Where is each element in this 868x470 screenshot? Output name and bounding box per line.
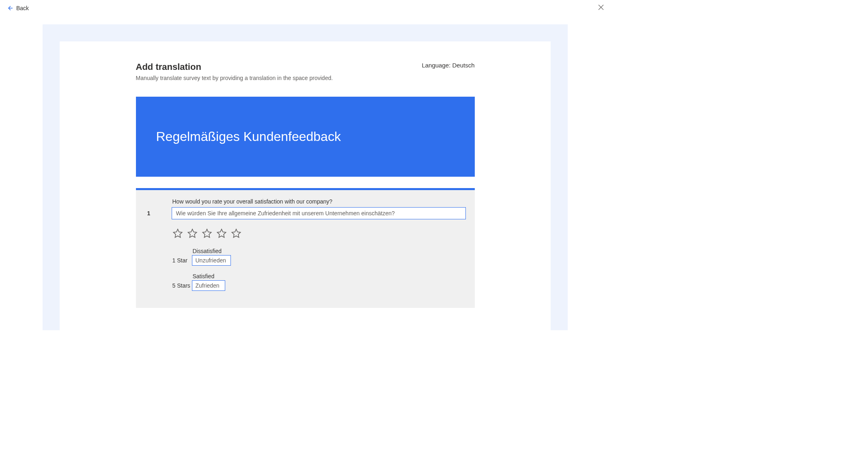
rating-low-translation-input[interactable]	[192, 255, 231, 266]
rating-label-low: Dissatisfied 1 Star	[172, 248, 466, 266]
rating-high-translation-input[interactable]	[192, 280, 225, 291]
panel: Add translation Manually translate surve…	[60, 41, 551, 330]
topbar: Back	[0, 0, 610, 16]
page-subtitle: Manually translate survey text by provid…	[136, 75, 333, 81]
outer-wrap: Add translation Manually translate surve…	[43, 24, 568, 330]
rating-low-key: 1 Star	[172, 257, 192, 264]
rating-high-row: 5 Stars	[172, 280, 466, 291]
back-button[interactable]: Back	[4, 3, 31, 13]
question-row: 1	[145, 207, 466, 219]
header-left: Add translation Manually translate surve…	[136, 62, 333, 81]
content: Add translation Manually translate surve…	[136, 62, 475, 308]
question-number: 1	[145, 210, 155, 217]
rating-high-key: 5 Stars	[172, 282, 192, 289]
star-icon[interactable]	[216, 228, 227, 239]
star-rating	[145, 228, 466, 239]
star-icon[interactable]	[187, 228, 198, 239]
question-section-inner: How would you rate your overall satisfac…	[136, 190, 475, 308]
rating-low-row: 1 Star	[172, 255, 466, 266]
rating-label-high: Satisfied 5 Stars	[172, 273, 466, 291]
survey-title-text: Regelmäßiges Kundenfeedback	[156, 129, 341, 144]
star-icon[interactable]	[231, 228, 241, 239]
star-icon[interactable]	[202, 228, 212, 239]
star-icon[interactable]	[172, 228, 183, 239]
language-label: Language: Deutsch	[422, 62, 474, 69]
survey-title-banner[interactable]: Regelmäßiges Kundenfeedback	[136, 97, 475, 177]
header-row: Add translation Manually translate surve…	[136, 62, 475, 81]
question-translation-input[interactable]	[172, 207, 466, 219]
rating-low-source: Dissatisfied	[172, 248, 466, 254]
rating-high-source: Satisfied	[172, 273, 466, 279]
close-icon	[598, 4, 604, 10]
question-section: How would you rate your overall satisfac…	[136, 188, 475, 308]
back-label: Back	[16, 5, 29, 11]
rating-labels: Dissatisfied 1 Star Satisfied 5 Stars	[145, 248, 466, 291]
close-button[interactable]	[596, 2, 606, 14]
question-source-text: How would you rate your overall satisfac…	[145, 198, 466, 205]
page-title: Add translation	[136, 62, 333, 72]
arrow-left-icon	[6, 5, 13, 11]
